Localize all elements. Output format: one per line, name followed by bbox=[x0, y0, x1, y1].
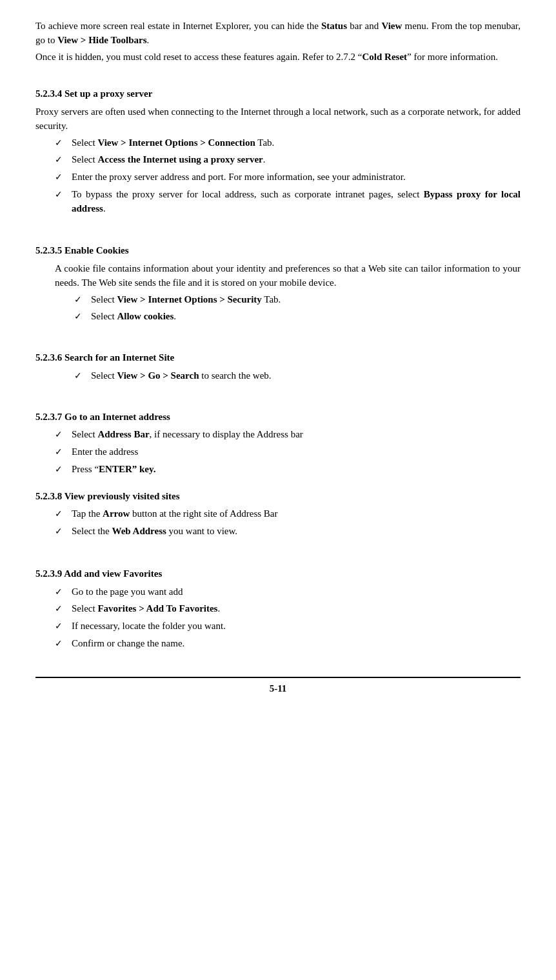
list-item: ✓ Enter the address bbox=[35, 445, 521, 459]
list-item: ✓ Select Allow cookies. bbox=[35, 310, 521, 324]
checkmark-icon: ✓ bbox=[55, 637, 69, 650]
section-5237: 5.2.3.7 Go to an Internet address ✓ Sele… bbox=[35, 410, 521, 477]
checkmark-icon: ✓ bbox=[55, 619, 69, 632]
list-item-text: Enter the address bbox=[72, 445, 521, 459]
list-item-text: Select Favorites > Add To Favorites. bbox=[72, 602, 521, 616]
checkmark-icon: ✓ bbox=[74, 293, 88, 306]
list-item: ✓ Press “ENTER” key. bbox=[35, 463, 521, 477]
list-item: ✓ Tap the Arrow button at the right site… bbox=[35, 507, 521, 521]
list-item: ✓ Confirm or change the name. bbox=[35, 637, 521, 651]
section-5234-list: ✓ Select View > Internet Options > Conne… bbox=[35, 136, 521, 216]
list-item-text: Confirm or change the name. bbox=[72, 637, 521, 651]
page-number: 5-11 bbox=[270, 683, 287, 694]
list-item: ✓ If necessary, locate the folder you wa… bbox=[35, 619, 521, 634]
list-item: ✓ To bypass the proxy server for local a… bbox=[35, 188, 521, 216]
checkmark-icon: ✓ bbox=[55, 170, 69, 183]
list-item: ✓ Go to the page you want add bbox=[35, 585, 521, 599]
section-5239: 5.2.3.9 Add and view Favorites ✓ Go to t… bbox=[35, 567, 521, 651]
list-item: ✓ Select Access the Internet using a pro… bbox=[35, 153, 521, 167]
section-5236: 5.2.3.6 Search for an Internet Site ✓ Se… bbox=[35, 351, 521, 383]
list-item-text: Select the Web Address you want to view. bbox=[72, 525, 521, 539]
checkmark-icon: ✓ bbox=[74, 369, 88, 382]
section-5234: 5.2.3.4 Set up a proxy server Proxy serv… bbox=[35, 87, 521, 215]
list-item-text: Select View > Go > Search to search the … bbox=[91, 369, 521, 383]
list-item-text: Enter the proxy server address and port.… bbox=[72, 170, 521, 185]
checkmark-icon: ✓ bbox=[55, 585, 69, 598]
intro-para2: Once it is hidden, you must cold reset t… bbox=[35, 50, 521, 65]
list-item: ✓ Enter the proxy server address and por… bbox=[35, 170, 521, 185]
section-5234-intro: Proxy servers are often used when connec… bbox=[35, 105, 521, 134]
section-5235-intro: A cookie file contains information about… bbox=[35, 262, 521, 290]
page-content: To achieve more screen real estate in In… bbox=[35, 19, 521, 651]
section-5235-list: ✓ Select View > Internet Options > Secur… bbox=[35, 293, 521, 325]
checkmark-icon: ✓ bbox=[55, 153, 69, 166]
list-item-text: Select Address Bar, if necessary to disp… bbox=[72, 428, 521, 442]
list-item-text: To bypass the proxy server for local add… bbox=[72, 188, 521, 216]
page-footer: 5-11 bbox=[35, 677, 521, 696]
list-item: ✓ Select View > Internet Options > Conne… bbox=[35, 136, 521, 150]
list-item-text: Select View > Internet Options > Securit… bbox=[91, 293, 521, 307]
section-5239-heading: 5.2.3.9 Add and view Favorites bbox=[35, 567, 521, 581]
list-item-text: If necessary, locate the folder you want… bbox=[72, 619, 521, 634]
checkmark-icon: ✓ bbox=[55, 445, 69, 458]
section-5238-list: ✓ Tap the Arrow button at the right site… bbox=[35, 507, 521, 539]
list-item: ✓ Select Favorites > Add To Favorites. bbox=[35, 602, 521, 616]
list-item: ✓ Select Address Bar, if necessary to di… bbox=[35, 428, 521, 442]
list-item-text: Go to the page you want add bbox=[72, 585, 521, 599]
section-5239-list: ✓ Go to the page you want add ✓ Select F… bbox=[35, 585, 521, 651]
list-item-text: Select Allow cookies. bbox=[91, 310, 521, 324]
list-item-text: Select View > Internet Options > Connect… bbox=[72, 136, 521, 150]
checkmark-icon: ✓ bbox=[55, 602, 69, 615]
section-5237-heading: 5.2.3.7 Go to an Internet address bbox=[35, 410, 521, 425]
list-item-text: Tap the Arrow button at the right site o… bbox=[72, 507, 521, 521]
section-5235-heading: 5.2.3.5 Enable Cookies bbox=[35, 244, 521, 258]
list-item: ✓ Select the Web Address you want to vie… bbox=[35, 525, 521, 539]
section-5236-heading: 5.2.3.6 Search for an Internet Site bbox=[35, 351, 521, 365]
list-item-text: Select Access the Internet using a proxy… bbox=[72, 153, 521, 167]
section-5238: 5.2.3.8 View previously visited sites ✓ … bbox=[35, 490, 521, 539]
intro-para1: To achieve more screen real estate in In… bbox=[35, 19, 521, 48]
list-item: ✓ Select View > Go > Search to search th… bbox=[35, 369, 521, 383]
checkmark-icon: ✓ bbox=[55, 463, 69, 475]
list-item-text: Press “ENTER” key. bbox=[72, 463, 521, 477]
checkmark-icon: ✓ bbox=[55, 136, 69, 149]
checkmark-icon: ✓ bbox=[55, 188, 69, 201]
checkmark-icon: ✓ bbox=[55, 507, 69, 520]
section-5237-list: ✓ Select Address Bar, if necessary to di… bbox=[35, 428, 521, 476]
section-5234-heading: 5.2.3.4 Set up a proxy server bbox=[35, 87, 521, 101]
section-5235: 5.2.3.5 Enable Cookies A cookie file con… bbox=[35, 244, 521, 324]
list-item: ✓ Select View > Internet Options > Secur… bbox=[35, 293, 521, 307]
section-5236-list: ✓ Select View > Go > Search to search th… bbox=[35, 369, 521, 383]
checkmark-icon: ✓ bbox=[55, 428, 69, 441]
checkmark-icon: ✓ bbox=[55, 525, 69, 537]
section-5238-heading: 5.2.3.8 View previously visited sites bbox=[35, 490, 521, 504]
checkmark-icon: ✓ bbox=[74, 310, 88, 323]
